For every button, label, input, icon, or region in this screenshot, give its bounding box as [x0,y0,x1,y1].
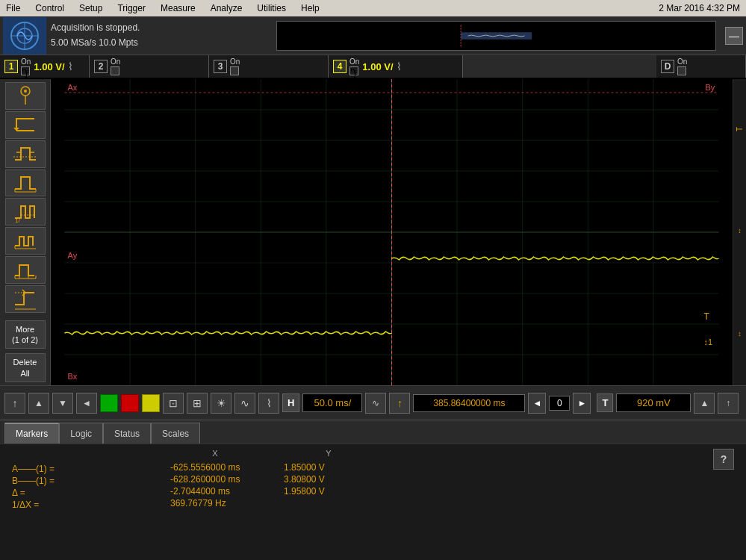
menu-analyze[interactable]: Analyze [208,3,246,13]
trigger-up-btn[interactable]: ↑ [389,393,410,414]
svg-text:1/: 1/ [15,217,20,224]
sidebar-btn-step[interactable] [5,285,46,313]
nav-left-btn[interactable]: ◄ [528,393,546,414]
menu-help[interactable]: Help [298,3,323,13]
time-value[interactable]: 385.86400000 ms [413,394,525,412]
meas-a-y: 1.85000 V [284,462,373,473]
meas-delta-label: Δ = [12,488,146,498]
waveform-preview [276,21,716,51]
meas-b-y: 3.80800 V [284,474,373,485]
meas-x-header: X [170,449,260,458]
date-time: 2 Mar 2016 4:32 PM [656,3,743,13]
ch2-on-label: On [111,57,120,66]
nav-counter: 0 [549,396,570,411]
svg-point-8 [24,90,27,93]
channel-header: 1 On ') center no-repeat; background-siz… [0,55,746,79]
sidebar: 1/ [0,79,51,385]
svg-text:By: By [706,83,715,92]
bottom-toolbar: ↑ ▲ ▼ ◄ ⊡ ⊞ ☀ ∿ ⌇ H 50.0 ms/ ∿ ↑ 385.864… [0,385,746,420]
sidebar-btn-period[interactable] [5,169,46,197]
channel-2-block[interactable]: 2 On [90,55,209,78]
menu-utilities[interactable]: Utilities [254,3,289,13]
ch3-checkbox[interactable] [230,66,239,75]
color-btn-red[interactable] [121,394,139,412]
status-bar: Acquisition is stopped. 5.00 MSa/s 10.0 … [0,16,746,55]
action-btn-1[interactable]: ⊡ [163,393,184,414]
h-label: H [282,393,299,412]
wave-shape-btn[interactable]: ∿ [365,393,386,414]
action-btn-2[interactable]: ⊞ [187,393,208,414]
nav-right-btn[interactable]: ► [573,393,591,414]
h-value[interactable]: 50.0 ms/ [302,393,362,412]
status-line1: Acquisition is stopped. [51,21,270,35]
sidebar-btn-wave3[interactable] [5,256,46,284]
meas-delta-x: -2.7044000 ms [170,486,260,497]
color-btn-green[interactable] [100,394,118,412]
tab-scales[interactable]: Scales [151,423,200,444]
tab-markers[interactable]: Markers [4,423,59,444]
ch4-checkbox[interactable]: ') center no-repeat; background-size:10p… [349,66,358,75]
ch2-checkbox[interactable] [111,66,119,75]
t-up-btn[interactable]: ▲ [694,393,715,414]
sidebar-btn-wave1[interactable]: 1/ [5,198,46,225]
ch4-wave-icon: ⌇ [397,60,402,72]
ch4-on-label: On [349,57,359,66]
ch3-on-label: On [230,57,240,66]
meas-delta-y: 1.95800 V [284,486,373,497]
svg-text:Ax: Ax [68,83,78,92]
action-btn-brightness[interactable]: ☀ [211,393,231,414]
channel-3-block[interactable]: 3 On [209,55,329,78]
menu-measure[interactable]: Measure [158,3,199,13]
menu-bar: File Control Setup Trigger Measure Analy… [0,0,746,16]
ch1-checkbox[interactable]: ') center no-repeat; background-size:10p… [21,66,30,75]
ch3-number: 3 [214,60,227,73]
svg-text:T: T [704,311,710,322]
meas-inv-x: 369.76779 Hz [170,498,260,508]
sidebar-btn-pulse[interactable] [5,140,46,168]
ch1-wave-icon: ⌇ [68,60,73,72]
tab-logic[interactable]: Logic [59,423,103,444]
menu-setup[interactable]: Setup [76,3,105,13]
meas-a-label: A——(1) = [12,464,146,474]
minimize-button[interactable]: — [725,27,743,45]
delete-all-button[interactable]: DeleteAll [5,353,46,382]
status-line2: 5.00 MSa/s 10.0 Mpts [51,36,270,50]
t4-marker-label: ↕ [738,330,742,337]
measurement-labels-col: A——(1) = B——(1) = Δ = 1/ΔX = [12,449,146,510]
sidebar-btn-rise[interactable] [5,111,46,139]
scroll-down-btn[interactable]: ▼ [52,393,73,414]
up-arrow-btn[interactable]: ↑ [4,393,25,414]
status-text: Acquisition is stopped. 5.00 MSa/s 10.0 … [51,21,270,49]
wave-btn2[interactable]: ⌇ [258,393,279,414]
chd-on-label: On [677,57,687,66]
t-down-btn[interactable]: ↑ [718,393,739,414]
chd-label: D [661,60,674,73]
meas-row-b: B——(1) = [12,476,146,486]
tabs-row: Markers Logic Status Scales [0,420,746,444]
t-value[interactable]: 920 mV [616,393,691,412]
wave-btn[interactable]: ∿ [234,393,255,414]
help-button[interactable]: ? [713,449,734,470]
menu-trigger[interactable]: Trigger [114,3,149,13]
measurement-x-col: X -625.5556000 ms -628.2600000 ms -2.704… [170,449,260,508]
meas-a-x: -625.5556000 ms [170,462,260,473]
color-btn-yellow[interactable] [142,394,160,412]
menu-file[interactable]: File [3,3,23,13]
right-panel: T ↕ ↕ [733,79,746,385]
more-button[interactable]: More(1 of 2) [5,320,46,349]
menu-control[interactable]: Control [32,3,67,13]
sidebar-btn-probe[interactable] [5,82,46,110]
scroll-up-btn[interactable]: ▲ [28,393,49,414]
scroll-left-btn[interactable]: ◄ [76,393,97,414]
channel-4-block[interactable]: 4 On ') center no-repeat; background-siz… [329,55,463,78]
tab-status[interactable]: Status [103,423,151,444]
ch1-scale: 1.00 V/ [34,61,64,72]
meas-row-delta: Δ = [12,488,146,498]
sidebar-btn-wave2[interactable] [5,227,46,255]
channel-d-block[interactable]: D On [656,55,746,78]
meas-row-a: A——(1) = [12,464,146,474]
ch4-scale: 1.00 V/ [362,61,393,72]
channel-1-block[interactable]: 1 On ') center no-repeat; background-siz… [0,55,90,78]
svg-text:Bx: Bx [68,372,78,381]
chd-checkbox[interactable] [677,66,686,75]
